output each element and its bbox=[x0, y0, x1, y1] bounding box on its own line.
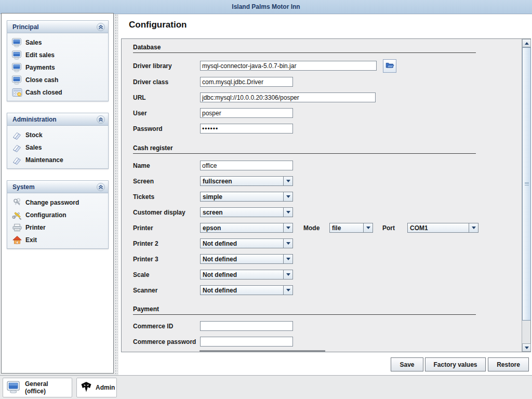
section-rule bbox=[133, 153, 476, 154]
monitor-icon bbox=[11, 62, 23, 73]
printer2-select[interactable]: Not defined bbox=[200, 238, 293, 248]
printer-select[interactable]: epson bbox=[200, 223, 293, 233]
scanner-select[interactable]: Not defined bbox=[200, 285, 293, 295]
tickets-select[interactable]: simple bbox=[200, 192, 293, 202]
chevron-down-icon bbox=[283, 286, 292, 295]
scale-select[interactable]: Not defined bbox=[200, 270, 293, 280]
commerce-id-label: Commerce ID bbox=[133, 322, 173, 331]
section-rule bbox=[133, 52, 476, 53]
sidebar-item-stock[interactable]: Stock bbox=[11, 129, 106, 141]
horizontal-scrollbar-thumb[interactable] bbox=[200, 350, 325, 352]
chevron-double-up-icon[interactable] bbox=[97, 183, 105, 191]
scroll-down-button[interactable] bbox=[522, 343, 531, 352]
folder-open-icon bbox=[385, 61, 394, 71]
sidebar-item-close-cash[interactable]: Close cash bbox=[11, 74, 106, 86]
vertical-scrollbar bbox=[522, 39, 530, 352]
chevron-down-icon bbox=[283, 239, 292, 248]
save-button[interactable]: Save bbox=[391, 357, 423, 371]
sidebar-item-cash-closed[interactable]: Cash closed bbox=[11, 86, 106, 99]
port-select[interactable]: COM1 bbox=[407, 223, 478, 233]
customer-display-select[interactable]: screen bbox=[200, 207, 293, 217]
splitter-handle[interactable] bbox=[115, 15, 116, 375]
sidebar-item-change-password[interactable]: Change password bbox=[11, 196, 106, 209]
sidebar-item-configuration[interactable]: Configuration bbox=[11, 209, 106, 221]
restore-button[interactable]: Restore bbox=[488, 357, 529, 371]
current-user-button[interactable]: General (office) bbox=[3, 378, 72, 397]
commerce-id-input[interactable] bbox=[200, 321, 293, 331]
chevron-down-icon bbox=[283, 255, 292, 263]
commerce-password-input[interactable] bbox=[200, 337, 293, 347]
statusbar: General (office) Admin bbox=[0, 375, 532, 399]
book-icon bbox=[11, 130, 23, 140]
keys-icon bbox=[11, 197, 23, 208]
sidebar-item-edit-sales[interactable]: Edit sales bbox=[11, 49, 106, 61]
driver-library-input[interactable] bbox=[200, 61, 377, 71]
vertical-scrollbar-thumb[interactable] bbox=[522, 47, 531, 321]
titlebar: Island Palms Motor Inn bbox=[0, 0, 532, 14]
tools-icon bbox=[11, 210, 23, 220]
configuration-scrollpane: Database Driver library Driver class URL… bbox=[121, 38, 531, 352]
book-icon bbox=[11, 155, 23, 165]
section-heading-cash-register: Cash register bbox=[133, 144, 173, 152]
url-input[interactable] bbox=[200, 92, 376, 102]
chevron-down-icon bbox=[363, 223, 373, 232]
printer3-select[interactable]: Not defined bbox=[200, 254, 293, 264]
screen-label: Screen bbox=[133, 177, 154, 186]
driver-library-label: Driver library bbox=[133, 61, 172, 71]
port-label: Port bbox=[382, 223, 395, 233]
sidebar-panel-principal: Principal Sales Edit sales Payments bbox=[7, 20, 109, 101]
admin-user-button[interactable]: Admin bbox=[76, 378, 117, 397]
scanner-label: Scanner bbox=[133, 286, 157, 295]
section-heading-payment: Payment bbox=[133, 305, 159, 313]
chevron-double-up-icon[interactable] bbox=[97, 23, 105, 31]
monitor-icon bbox=[11, 37, 23, 48]
printer3-label: Printer 3 bbox=[133, 255, 158, 264]
browse-driver-button[interactable] bbox=[383, 59, 396, 73]
sidebar-item-admin-sales[interactable]: Sales bbox=[11, 141, 106, 154]
panel-header-system[interactable]: System bbox=[7, 181, 108, 193]
app-window: Island Palms Motor Inn Principal Sales E… bbox=[0, 0, 532, 399]
driver-class-input[interactable] bbox=[200, 77, 293, 87]
user-input[interactable] bbox=[200, 108, 293, 118]
calculator-icon bbox=[11, 87, 23, 98]
mode-label: Mode bbox=[303, 223, 320, 233]
mode-select[interactable]: file bbox=[329, 223, 373, 233]
printer-icon bbox=[11, 222, 23, 233]
sidebar-panel-system: System Change password Configuration Pri… bbox=[7, 180, 109, 249]
panel-title: System bbox=[12, 183, 97, 191]
book-icon bbox=[11, 142, 23, 153]
splitter-handle[interactable] bbox=[117, 15, 117, 375]
driver-class-label: Driver class bbox=[133, 77, 168, 87]
window-title: Island Palms Motor Inn bbox=[232, 3, 300, 10]
chevron-down-icon bbox=[283, 208, 292, 217]
printer2-label: Printer 2 bbox=[133, 239, 158, 248]
screen-select[interactable]: fullscreen bbox=[200, 176, 293, 186]
main-panel: Configuration Database Driver library Dr… bbox=[118, 15, 532, 375]
sidebar-item-maintenance[interactable]: Maintenance bbox=[11, 154, 106, 166]
commerce-password-label: Commerce password bbox=[133, 337, 196, 347]
user-label: User bbox=[133, 109, 147, 118]
panel-header-administration[interactable]: Administration bbox=[7, 113, 108, 126]
scroll-up-button[interactable] bbox=[522, 39, 531, 47]
chevron-down-icon bbox=[469, 223, 478, 232]
section-heading-database: Database bbox=[133, 44, 161, 51]
printer-label: Printer bbox=[133, 223, 153, 233]
scrollbar-grip bbox=[525, 182, 529, 185]
sidebar-item-printer[interactable]: Printer bbox=[11, 221, 106, 234]
chevron-down-icon bbox=[283, 270, 292, 279]
cash-name-input[interactable] bbox=[200, 161, 293, 170]
url-label: URL bbox=[133, 93, 146, 102]
chevron-down-icon bbox=[283, 177, 292, 185]
factory-values-button[interactable]: Factory values bbox=[425, 357, 486, 371]
sidebar-item-sales[interactable]: Sales bbox=[11, 36, 106, 49]
chevron-double-up-icon[interactable] bbox=[97, 115, 105, 124]
chevron-down-icon bbox=[283, 192, 292, 201]
sidebar-item-exit[interactable]: Exit bbox=[11, 234, 106, 246]
panel-title: Principal bbox=[12, 23, 97, 31]
customer-display-label: Customer display bbox=[133, 208, 185, 217]
password-input[interactable] bbox=[200, 124, 293, 134]
panel-header-principal[interactable]: Principal bbox=[7, 21, 108, 33]
sidebar-item-payments[interactable]: Payments bbox=[11, 61, 106, 74]
monitor-icon bbox=[11, 50, 23, 60]
monitor-icon bbox=[11, 75, 23, 85]
